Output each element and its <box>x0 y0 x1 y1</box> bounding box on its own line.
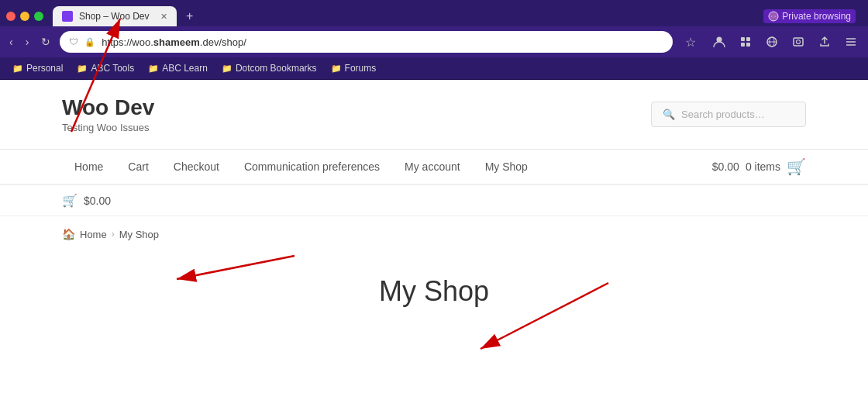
product-search[interactable]: 🔍 Search products… <box>651 102 806 127</box>
profile-button[interactable] <box>708 31 730 53</box>
cart-total[interactable]: $0.00 0 items 🛒 <box>712 157 806 176</box>
bookmark-personal[interactable]: 📁 Personal <box>6 60 69 76</box>
forward-button[interactable]: › <box>22 33 33 51</box>
breadcrumb-home-link[interactable]: Home <box>80 229 107 240</box>
tab-close-btn[interactable]: ✕ <box>160 12 167 22</box>
extensions-icon <box>739 36 752 48</box>
window-minimize[interactable] <box>20 12 29 21</box>
cart-basket-icon: 🛒 <box>787 157 806 176</box>
page-title: My Shop <box>62 275 806 308</box>
folder-icon: 📁 <box>148 64 159 74</box>
bookmark-star-button[interactable]: ☆ <box>679 32 702 53</box>
private-mask-icon <box>768 11 779 22</box>
nav-communication-preferences[interactable]: Communication preferences <box>232 150 392 184</box>
bookmark-label: ABC Tools <box>91 63 134 74</box>
mini-cart-amount: $0.00 <box>84 195 111 207</box>
screenshot-button[interactable] <box>787 31 809 53</box>
nav-home[interactable]: Home <box>62 150 115 184</box>
nav-my-shop[interactable]: My Shop <box>473 150 540 184</box>
breadcrumb-current: My Shop <box>119 229 159 240</box>
mini-cart-icon: 🛒 <box>62 193 78 208</box>
bookmark-label: Forums <box>345 63 377 74</box>
folder-icon: 📁 <box>12 64 23 74</box>
svg-point-11 <box>797 40 801 44</box>
address-bar[interactable]: 🛡 🔒 https://woo.shameem.dev/shop/ <box>60 31 673 53</box>
svg-rect-3 <box>741 37 745 41</box>
search-placeholder-text: Search products… <box>681 109 765 120</box>
tab-title: Shop – Woo Dev <box>79 11 150 22</box>
page-title-area: My Shop <box>0 252 868 323</box>
search-icon: 🔍 <box>663 109 675 120</box>
svg-rect-6 <box>746 43 750 47</box>
folder-icon: 📁 <box>77 64 88 74</box>
private-browsing-indicator: Private browsing <box>763 9 862 23</box>
site-branding: Woo Dev Testing Woo Issues <box>62 95 154 133</box>
bookmark-label: Dotcom Bookmarks <box>236 63 317 74</box>
svg-rect-5 <box>741 43 745 47</box>
site-navigation: Home Cart Checkout Communication prefere… <box>0 150 868 185</box>
bookmark-abc-learn[interactable]: 📁 ABC Learn <box>142 60 214 76</box>
window-maximize[interactable] <box>34 12 43 21</box>
window-close[interactable] <box>6 12 16 21</box>
screenshot-icon <box>792 36 804 48</box>
share-icon <box>818 36 831 48</box>
bookmark-label: ABC Learn <box>162 63 208 74</box>
translate-icon <box>766 36 778 48</box>
bookmark-dotcom[interactable]: 📁 Dotcom Bookmarks <box>215 60 323 76</box>
nav-cart[interactable]: Cart <box>115 150 160 184</box>
tab-favicon <box>62 11 73 22</box>
translate-button[interactable] <box>761 31 783 53</box>
svg-point-1 <box>772 15 775 18</box>
nav-links: Home Cart Checkout Communication prefere… <box>62 150 540 184</box>
folder-icon: 📁 <box>222 64 232 74</box>
breadcrumb-home-icon: 🏠 <box>62 228 75 240</box>
lock-icon: 🔒 <box>84 37 95 47</box>
cart-items-count: 0 items <box>746 160 780 173</box>
refresh-button[interactable]: ↻ <box>38 33 53 51</box>
svg-rect-10 <box>794 38 803 46</box>
hamburger-icon <box>845 36 857 48</box>
cart-amount: $0.00 <box>712 160 739 173</box>
nav-my-account[interactable]: My account <box>392 150 473 184</box>
new-tab-button[interactable]: + <box>180 6 199 26</box>
profile-icon <box>712 35 726 49</box>
private-icon: Private browsing <box>763 9 856 23</box>
nav-checkout[interactable]: Checkout <box>161 150 232 184</box>
url-text: https://woo.shameem.dev/shop/ <box>102 36 246 48</box>
bookmarks-bar: 📁 Personal 📁 ABC Tools 📁 ABC Learn 📁 Dot… <box>0 57 868 80</box>
breadcrumb-separator: › <box>112 229 115 240</box>
folder-icon: 📁 <box>331 64 342 74</box>
svg-rect-4 <box>746 37 750 41</box>
share-button[interactable] <box>814 31 835 53</box>
private-label: Private browsing <box>782 11 851 22</box>
back-button[interactable]: ‹ <box>6 33 16 51</box>
bookmark-abc-tools[interactable]: 📁 ABC Tools <box>71 60 140 76</box>
menu-button[interactable] <box>840 31 862 53</box>
mini-cart-bar: 🛒 $0.00 <box>0 185 868 216</box>
shield-icon: 🛡 <box>69 36 78 47</box>
bookmark-label: Personal <box>26 63 63 74</box>
site-header: Woo Dev Testing Woo Issues 🔍 Search prod… <box>0 80 868 150</box>
bookmark-forums[interactable]: 📁 Forums <box>325 60 383 76</box>
extensions-button[interactable] <box>735 31 756 53</box>
site-title: Woo Dev <box>62 95 154 120</box>
active-tab[interactable]: Shop – Woo Dev ✕ <box>53 6 177 26</box>
breadcrumb: 🏠 Home › My Shop <box>0 216 868 252</box>
site-tagline: Testing Woo Issues <box>62 122 154 133</box>
